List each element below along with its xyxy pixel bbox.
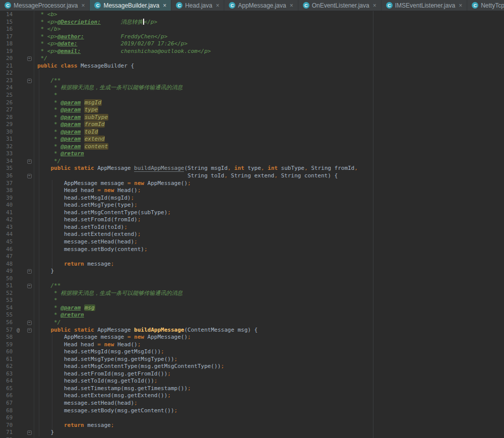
gutter[interactable]: 60 (0, 348, 34, 356)
gutter[interactable]: 45 (0, 238, 34, 246)
fold-marker-icon[interactable]: − (27, 328, 32, 333)
code-editor[interactable]: 14 * <b>15 * <p>@Description: 消息转换</p>16… (0, 11, 504, 438)
code-line[interactable]: 22 (0, 70, 504, 77)
gutter[interactable]: 66 (0, 392, 34, 400)
code-line[interactable]: 18 * <p>@date: 2019/02/07 17:26</p> (0, 40, 504, 48)
gutter[interactable]: 59 (0, 341, 34, 349)
code-line[interactable]: 71− } (0, 429, 504, 436)
gutter[interactable]: 21 (0, 62, 34, 70)
code-line[interactable]: 23− /** (0, 77, 504, 85)
editor-tab[interactable]: CIMSEventListener.java× (382, 0, 467, 11)
gutter[interactable]: 54 (0, 304, 34, 312)
gutter[interactable]: 41 (0, 209, 34, 217)
code-line[interactable]: 53 * (0, 297, 504, 304)
gutter[interactable]: 27 (0, 106, 34, 114)
code-line[interactable]: 41 head.setMsgContentType(subType); (0, 209, 504, 217)
code-line[interactable]: 24 * 根据聊天消息，生成一条可以能够传输通讯的消息 (0, 84, 504, 92)
code-line[interactable]: 64 head.setToId(msg.getToId()); (0, 378, 504, 385)
code-line[interactable]: 27 * @param type (0, 106, 504, 114)
code-line[interactable]: 30 * @param toId (0, 129, 504, 136)
gutter[interactable]: 36− (0, 172, 34, 180)
gutter[interactable]: 47 (0, 253, 34, 261)
code-line[interactable]: 14 * <b> (0, 11, 504, 19)
gutter[interactable]: 71− (0, 429, 34, 436)
gutter[interactable]: 62 (0, 363, 34, 370)
gutter[interactable]: 49− (0, 268, 34, 275)
gutter[interactable]: 67 (0, 400, 34, 407)
code-line[interactable]: 15 * <p>@Description: 消息转换</p> (0, 19, 504, 26)
fold-marker-icon[interactable]: − (27, 174, 32, 178)
gutter[interactable]: 63 (0, 370, 34, 378)
gutter[interactable]: 48 (0, 261, 34, 268)
gutter[interactable]: 61 (0, 356, 34, 363)
code-line[interactable]: 20− */ (0, 55, 504, 62)
gutter[interactable]: 42 (0, 216, 34, 224)
code-line[interactable]: 42 head.setFromId(fromId); (0, 216, 504, 224)
code-line[interactable]: 66 head.setExtend(msg.getExtend()); (0, 392, 504, 400)
editor-tab[interactable]: CMessageBuilder.java× (90, 0, 171, 11)
gutter[interactable]: 69 (0, 414, 34, 422)
gutter[interactable]: 35 (0, 165, 34, 172)
code-line[interactable]: 49− } (0, 268, 504, 275)
code-line[interactable]: 29 * @param fromId (0, 121, 504, 129)
code-line[interactable]: 35 public static AppMessage buildAppMess… (0, 165, 504, 172)
fold-marker-icon[interactable]: − (27, 159, 32, 164)
tab-close-icon[interactable]: × (81, 2, 85, 9)
code-line[interactable]: 40 head.setMsgType(type); (0, 202, 504, 209)
fold-marker-icon[interactable]: − (27, 321, 32, 325)
fold-marker-icon[interactable]: − (27, 56, 32, 61)
code-line[interactable]: 33 * @return (0, 150, 504, 158)
gutter[interactable]: 28 (0, 114, 34, 121)
code-line[interactable]: 68 message.setBody(msg.getContent()); (0, 407, 504, 415)
gutter[interactable]: 19 (0, 48, 34, 55)
gutter[interactable]: 70 (0, 422, 34, 429)
gutter[interactable]: 17 (0, 33, 34, 41)
code-line[interactable]: 37 AppMessage message = new AppMessage()… (0, 180, 504, 187)
gutter[interactable]: 56− (0, 319, 34, 327)
code-line[interactable]: 65 head.setTimestamp(msg.getTimestamp())… (0, 385, 504, 393)
gutter[interactable]: 26 (0, 99, 34, 107)
gutter[interactable]: 22 (0, 70, 34, 77)
gutter[interactable]: 25 (0, 92, 34, 99)
code-line[interactable]: 57@− public static AppMessage buildAppMe… (0, 327, 504, 334)
gutter[interactable]: 39 (0, 195, 34, 202)
tab-close-icon[interactable]: × (459, 2, 462, 9)
fold-marker-icon[interactable]: − (27, 430, 32, 435)
code-line[interactable]: 16 * </b> (0, 26, 504, 33)
gutter[interactable]: 57@− (0, 327, 34, 334)
gutter[interactable]: 50 (0, 275, 34, 283)
code-line[interactable]: 63 head.setFromId(msg.getFromId()); (0, 370, 504, 378)
gutter[interactable]: 24 (0, 84, 34, 92)
gutter[interactable]: 32 (0, 143, 34, 151)
code-line[interactable]: 19 * <p>@email: chenshichao@outlook.com<… (0, 48, 504, 55)
code-line[interactable]: 61 head.setMsgType(msg.getMsgType()); (0, 356, 504, 363)
gutter[interactable]: 15 (0, 19, 34, 26)
code-line[interactable]: 39 head.setMsgId(msgId); (0, 195, 504, 202)
code-line[interactable]: 31 * @param extend (0, 136, 504, 143)
gutter[interactable]: 46 (0, 246, 34, 254)
code-line[interactable]: 52 * 根据聊天消息，生成一条可以能够传输通讯的消息 (0, 290, 504, 297)
tab-close-icon[interactable]: × (373, 2, 376, 9)
code-line[interactable]: 59 Head head = new Head(); (0, 341, 504, 349)
code-line[interactable]: 44 head.setExtend(extend); (0, 231, 504, 238)
gutter[interactable]: 58 (0, 334, 34, 341)
editor-tab[interactable]: CNettyTcpClient.java× (467, 0, 504, 11)
code-line[interactable]: 69 (0, 414, 504, 422)
code-line[interactable]: 55 * @return (0, 311, 504, 319)
fold-marker-icon[interactable]: − (27, 284, 32, 288)
code-line[interactable]: 21public class MessageBuilder { (0, 62, 504, 70)
editor-tab[interactable]: COnEventListener.java× (298, 0, 382, 11)
code-line[interactable]: 48 return message; (0, 261, 504, 268)
gutter[interactable]: 30 (0, 129, 34, 136)
code-line[interactable]: 70 return message; (0, 422, 504, 429)
code-line[interactable]: 28 * @param subType (0, 114, 504, 121)
gutter[interactable]: 51− (0, 282, 34, 290)
code-line[interactable]: 60 head.setMsgId(msg.getMsgId()); (0, 348, 504, 356)
code-line[interactable]: 17 * <p>@author: FreddyChen</p> (0, 33, 504, 41)
gutter[interactable]: 34− (0, 158, 34, 165)
gutter[interactable]: 23− (0, 77, 34, 85)
gutter[interactable]: 38 (0, 187, 34, 195)
gutter[interactable]: 53 (0, 297, 34, 304)
code-line[interactable]: 58 AppMessage message = new AppMessage()… (0, 334, 504, 341)
code-line[interactable]: 54 * @param msg (0, 304, 504, 312)
